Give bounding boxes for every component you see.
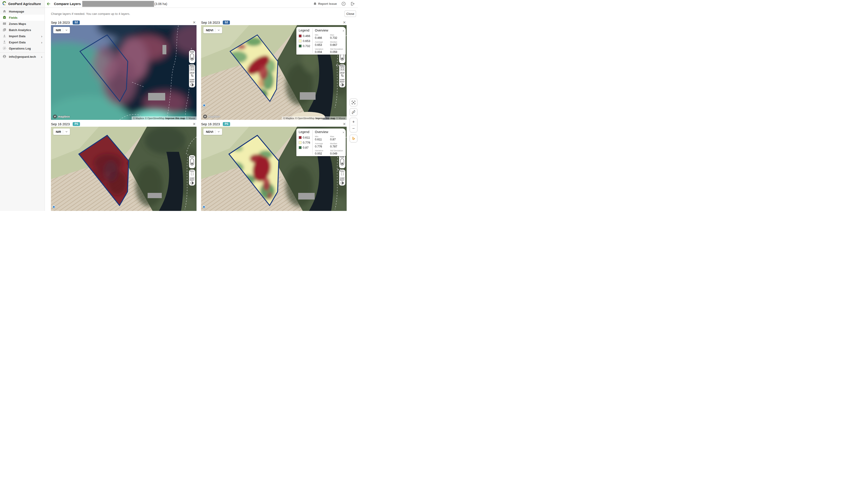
compare-layers-screen: GeoPard Agriculture Homepage Fields Zone…	[0, 0, 358, 211]
fullscreen-button[interactable]: FULL	[189, 65, 195, 71]
toggle-3d-button[interactable]: 3D	[349, 108, 357, 116]
help-icon: ?	[341, 2, 346, 6]
contrast-icon	[341, 83, 344, 87]
sidebar-item-account[interactable]: info@geopard.tech ›	[0, 54, 45, 60]
contrast-button[interactable]: CONT RAST	[189, 177, 195, 185]
compare-toolbar: Change layers if needed. You can compare…	[45, 8, 358, 20]
fullscreen-icon	[341, 67, 344, 70]
logout-button[interactable]	[350, 1, 355, 6]
road-label: K 2	[336, 64, 339, 67]
back-button[interactable]	[45, 0, 53, 8]
mapbox-icon	[53, 114, 57, 119]
legend: Legend 0.466 0.653 0.732	[296, 27, 312, 55]
top-bar: Compare Layers (3.06 ha) Report Issue ?	[45, 0, 358, 8]
panel-1-map-tools: FULL CROP CONT RAST	[189, 65, 195, 87]
panel-1-header: Sep 16 2023 S2 ✕	[51, 20, 196, 25]
crop-button[interactable]: CROP	[339, 71, 345, 78]
improve-map-link[interactable]: Improve this map	[165, 117, 185, 120]
fullscreen-icon	[191, 172, 194, 176]
panel-1-layer-dropdown[interactable]: NIR	[53, 27, 70, 33]
batch-analytics-icon	[2, 28, 6, 32]
fullscreen-icon	[341, 172, 344, 176]
panel-4-date: Sep 16 2023	[201, 122, 220, 126]
fullscreen-icon	[191, 67, 194, 70]
panel-3-header: Sep 16 2023 PS ✕	[51, 122, 196, 126]
panel-1-source-badge: S2	[73, 20, 80, 24]
logout-icon	[350, 2, 355, 6]
home-icon	[2, 10, 6, 14]
map-panel-4[interactable]: NDVI Legend 0.611 0.776 0.87	[201, 127, 347, 211]
help-button[interactable]: ?	[341, 1, 346, 6]
sidebar-item-import-data[interactable]: Import Data ›	[0, 33, 45, 39]
panel-4-layer-dropdown[interactable]: NDVI	[203, 128, 222, 135]
map-panel-1[interactable]: NIR K 2 RAW FULL CROP CONT RAST	[51, 25, 196, 120]
bing-maps-button[interactable]	[349, 135, 357, 142]
sidebar-item-fields[interactable]: Fields	[0, 15, 45, 21]
chevron-right-icon: ›	[41, 40, 42, 44]
compare-hint: Change layers if needed. You can compare…	[51, 12, 130, 16]
mapbox-icon	[203, 114, 207, 119]
panel-3-map-tools: FULL CONT RAST	[189, 169, 195, 185]
map-panel-3[interactable]: NIR RAW FULL CONT RAST	[51, 127, 196, 211]
svg-text:3D: 3D	[353, 111, 355, 113]
expand-overview-icon[interactable]: ›	[343, 29, 344, 32]
zoom-in-button[interactable]: +	[350, 119, 357, 125]
geopard-logo-icon	[2, 1, 6, 6]
panel-4-legend-overview-card: Legend 0.611 0.776 0.87 Overview	[296, 128, 346, 156]
redacted-area	[298, 193, 315, 199]
fullscreen-button[interactable]: FULL	[339, 65, 345, 71]
sidebar-item-homepage[interactable]: Homepage	[0, 8, 45, 15]
sidebar-item-batch-analytics[interactable]: Batch Analytics	[0, 27, 45, 33]
sidebar-item-export-data[interactable]: Export Data ›	[0, 39, 45, 46]
panel-3-layer-dropdown[interactable]: NIR	[53, 128, 70, 135]
crop-icon	[341, 74, 344, 77]
center-field-button[interactable]	[349, 98, 357, 106]
panel-2-close-icon[interactable]: ✕	[342, 20, 347, 25]
aerial-nir-map	[51, 127, 196, 211]
report-issue-button[interactable]: Report Issue	[313, 2, 337, 6]
expand-overview-icon[interactable]: ›	[343, 130, 344, 134]
panel-4-close-icon[interactable]: ✕	[342, 122, 347, 126]
panel-4-raw-toggle[interactable]: RAW	[339, 155, 345, 168]
legend-entry: 0.653	[299, 39, 311, 43]
bing-icon	[351, 136, 356, 141]
panel-1-close-icon[interactable]: ✕	[192, 20, 196, 25]
nir-falsecolor-map	[51, 25, 196, 120]
page-title: Compare Layers	[54, 2, 81, 6]
contrast-button[interactable]: CONT RAST	[339, 177, 345, 185]
panel-3-raw-toggle[interactable]: RAW	[189, 155, 195, 168]
brand[interactable]: GeoPard Agriculture	[0, 0, 45, 8]
crop-button[interactable]: CROP	[189, 71, 195, 78]
close-button[interactable]: Close	[345, 11, 356, 17]
geolocation-dot	[52, 205, 55, 209]
panel-2-layer-dropdown[interactable]: NDVI	[203, 27, 222, 33]
geolocation-dot	[203, 205, 205, 209]
panel-3-close-icon[interactable]: ✕	[192, 122, 196, 126]
panel-2-source-badge: S2	[223, 20, 230, 24]
chevron-down-icon	[65, 29, 68, 32]
export-icon	[2, 40, 6, 45]
improve-map-link[interactable]: Improve this map	[315, 117, 335, 120]
map-attribution: © Mapbox © OpenStreetMap Improve this ma…	[132, 116, 196, 120]
legend-swatch-green	[299, 44, 302, 48]
contrast-icon	[341, 181, 344, 185]
top-bar-actions: Report Issue ?	[313, 1, 358, 6]
mapbox-logo[interactable]: mapbox	[203, 114, 220, 119]
import-icon	[2, 34, 6, 39]
mapbox-logo[interactable]: mapbox	[53, 114, 70, 119]
contrast-button[interactable]: CONT RAST	[189, 78, 195, 87]
avatar-icon	[2, 55, 6, 59]
zoom-out-button[interactable]: −	[350, 125, 357, 132]
legend-entry: 0.87	[299, 146, 311, 149]
redacted-area	[148, 193, 162, 198]
sidebar-item-zones-maps[interactable]: Zones Maps	[0, 21, 45, 27]
panel-2-date: Sep 16 2023	[201, 21, 220, 24]
contrast-button[interactable]: CONT RAST	[339, 78, 345, 87]
fullscreen-button[interactable]: FULL	[189, 169, 195, 177]
legend-swatch-red	[299, 136, 302, 139]
map-panel-2[interactable]: NDVI Legend 0.466 0.653 0.732	[201, 25, 347, 120]
panel-1-raw-toggle[interactable]: RAW	[189, 50, 195, 63]
clipboard-icon	[2, 16, 6, 20]
fullscreen-button[interactable]: FULL	[339, 169, 345, 177]
sidebar-item-operations-log[interactable]: Operations Log	[0, 46, 45, 52]
